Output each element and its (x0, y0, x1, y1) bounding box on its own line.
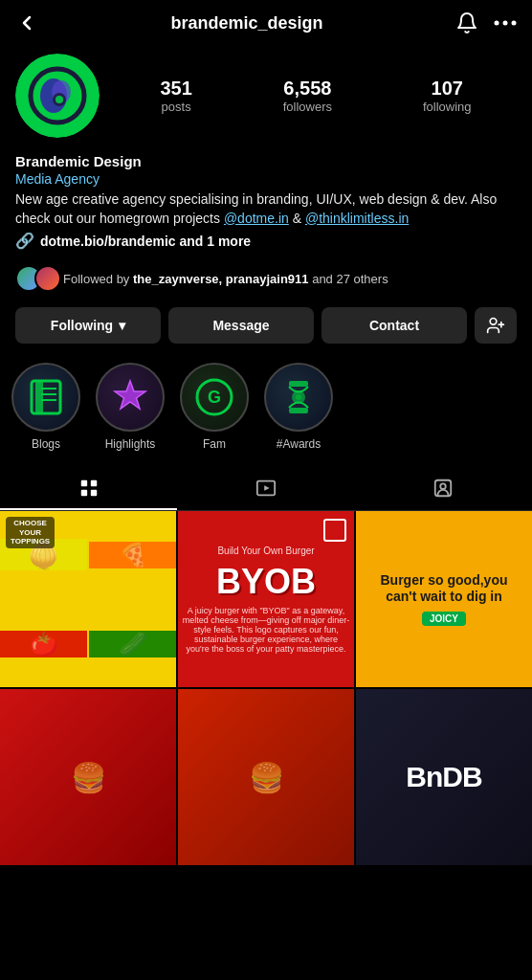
svg-point-2 (511, 21, 516, 26)
following-button[interactable]: Following ▾ (15, 307, 161, 344)
svg-rect-20 (289, 381, 308, 387)
header: brandemic_design (0, 0, 532, 46)
highlights-highlight-icon (106, 373, 154, 421)
tab-reels[interactable] (177, 466, 354, 510)
svg-rect-27 (80, 490, 86, 496)
tagged-icon (432, 478, 454, 499)
highlight-circle-blogs (11, 363, 80, 432)
svg-rect-13 (35, 381, 43, 413)
highlight-blogs[interactable]: Blogs (11, 363, 80, 451)
grid-icon (78, 478, 100, 499)
grid-container: 🧅 🍕 🍅 🥒 CHOOSEYOURTOPPINGS Build Your Ow… (0, 511, 532, 865)
svg-rect-21 (289, 408, 308, 413)
posts-count: 351 (160, 78, 191, 100)
grid-cell-6[interactable]: BnDB (356, 689, 532, 865)
contact-button[interactable]: Contact (321, 307, 467, 344)
grid-image-6: BnDB (356, 689, 532, 865)
action-buttons: Following ▾ Message Contact (0, 300, 532, 351)
svg-rect-24 (296, 394, 301, 400)
bio-section: Brandemic Design Media Agency New age cr… (0, 149, 532, 257)
following-label: following (423, 100, 472, 114)
highlight-circle-awards (264, 363, 333, 432)
grid-image-2: Build Your Own Burger BYOB A juicy burge… (178, 511, 354, 687)
mutual-names: the_zaynverse, pranayjain911 (133, 272, 309, 286)
tab-tagged[interactable] (355, 466, 532, 510)
fam-highlight-icon: G (190, 373, 238, 421)
bio-link[interactable]: dotme.bio/brandemic and 1 more (40, 234, 251, 249)
bio-link-row: 🔗 dotme.bio/brandemic and 1 more (15, 232, 517, 250)
profile-row: 351 posts 6,558 followers 107 following (0, 46, 532, 149)
bio-name: Brandemic Design (15, 153, 517, 169)
svg-text:G: G (208, 388, 221, 407)
highlight-label-awards: #Awards (277, 437, 321, 451)
grid-image-3: Burger so good,you can't wait to dig in … (356, 511, 532, 687)
mutual-row[interactable]: Followed by the_zaynverse, pranayjain911… (0, 257, 532, 300)
grid-cell-2[interactable]: Build Your Own Burger BYOB A juicy burge… (178, 511, 354, 687)
mention-dotme[interactable]: @dotme.in (224, 211, 289, 226)
avatar[interactable] (15, 54, 100, 138)
add-friend-button[interactable] (475, 307, 517, 344)
grid-cell-1[interactable]: 🧅 🍕 🍅 🥒 CHOOSEYOURTOPPINGS (0, 511, 176, 687)
back-button[interactable] (15, 11, 38, 34)
link-icon: 🔗 (15, 232, 34, 250)
svg-point-31 (441, 484, 447, 490)
svg-point-1 (502, 21, 507, 26)
followers-count: 6,558 (283, 78, 331, 100)
highlight-label-blogs: Blogs (32, 437, 60, 451)
highlight-circle-fam: G (180, 363, 249, 432)
grid-cell-5[interactable]: 🍔 (178, 689, 354, 865)
bio-description: New age creative agency specialising in … (15, 190, 517, 228)
grid-cell-3[interactable]: Burger so good,you can't wait to dig in … (356, 511, 532, 687)
grid-image-5: 🍔 (178, 689, 354, 865)
svg-marker-17 (115, 381, 145, 409)
followers-label: followers (283, 100, 332, 114)
stats-row: 351 posts 6,558 followers 107 following (115, 78, 517, 114)
svg-rect-25 (80, 480, 86, 486)
header-username: brandemic_design (170, 13, 322, 33)
highlight-label-fam: Fam (203, 437, 226, 451)
avatar-logo-icon (25, 63, 90, 128)
tab-grid[interactable] (0, 466, 177, 510)
mutual-avatar-2 (34, 265, 61, 292)
message-button[interactable]: Message (168, 307, 314, 344)
svg-point-9 (490, 319, 497, 325)
bookmark-icon (323, 519, 346, 542)
svg-point-0 (494, 21, 499, 26)
posts-label: posts (162, 100, 191, 114)
blogs-highlight-icon (22, 373, 70, 421)
svg-rect-28 (90, 490, 96, 496)
awards-highlight-icon (275, 373, 322, 421)
reels-icon (255, 478, 277, 499)
highlights-row: Blogs Highlights G Fam (0, 351, 532, 462)
more-options-button[interactable] (494, 20, 517, 26)
tabs-row (0, 466, 532, 511)
grid-image-4: 🍔 (0, 689, 176, 865)
followers-stat[interactable]: 6,558 followers (283, 78, 332, 114)
mutual-text: Followed by the_zaynverse, pranayjain911… (63, 272, 388, 286)
grid-image-1: 🧅 🍕 🍅 🥒 CHOOSEYOURTOPPINGS (0, 511, 176, 687)
header-icons (455, 11, 517, 34)
highlight-fam[interactable]: G Fam (180, 363, 249, 451)
svg-rect-26 (90, 480, 96, 486)
mention-thinklimitless[interactable]: @thinklimitless.in (305, 211, 409, 226)
chevron-down-icon: ▾ (119, 318, 125, 333)
following-stat[interactable]: 107 following (423, 78, 472, 114)
bio-category[interactable]: Media Agency (15, 171, 517, 187)
highlight-label-highlights: Highlights (105, 437, 156, 451)
highlight-circle-highlights (96, 363, 165, 432)
svg-point-8 (55, 96, 63, 103)
person-add-icon (486, 316, 505, 335)
following-count: 107 (432, 78, 463, 100)
notification-button[interactable] (455, 11, 478, 34)
posts-stat[interactable]: 351 posts (160, 78, 191, 114)
mutual-avatars (15, 265, 54, 292)
grid-cell-4[interactable]: 🍔 (0, 689, 176, 865)
highlight-highlights[interactable]: Highlights (96, 363, 165, 451)
highlight-awards[interactable]: #Awards (264, 363, 333, 451)
